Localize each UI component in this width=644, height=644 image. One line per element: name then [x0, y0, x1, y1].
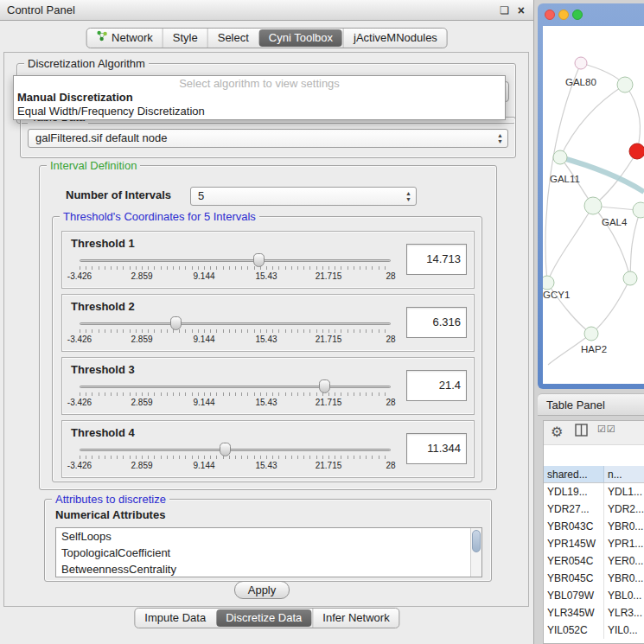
cell[interactable]: YIL052C — [544, 622, 604, 639]
tick-label: 15.43 — [255, 461, 277, 470]
select-columns-icon[interactable]: ☑☑ — [597, 424, 616, 435]
node-gcy1[interactable] — [543, 276, 554, 290]
mac-close-button[interactable] — [545, 10, 555, 20]
list-item-selfloops[interactable]: SelfLoops — [56, 528, 481, 545]
tick-label: 2.859 — [131, 335, 152, 344]
tick-label: 28 — [386, 335, 395, 344]
cell[interactable]: YDR27... — [544, 501, 604, 518]
node-hap2[interactable] — [584, 327, 598, 341]
tick-label: -3.426 — [67, 335, 92, 344]
cell[interactable]: YBR045C — [544, 570, 604, 587]
slider-track[interactable] — [80, 386, 391, 388]
table-row[interactable]: YIL052C YIL0... — [544, 622, 644, 639]
tab-impute-data[interactable]: Impute Data — [135, 609, 215, 628]
tab-select[interactable]: Select — [207, 29, 258, 48]
threshold-2-value-field[interactable]: 6.316 — [406, 307, 467, 338]
tab-jactivemnodules[interactable]: jActiveMNodules — [343, 29, 447, 48]
threshold-3-value-field[interactable]: 21.4 — [406, 370, 467, 401]
slider-thumb[interactable] — [170, 316, 182, 330]
mac-minimize-button[interactable] — [558, 10, 569, 20]
list-item-betweennesscentrality[interactable]: BetweennessCentrality — [56, 561, 481, 577]
node-gal11[interactable] — [553, 150, 567, 164]
control-panel-titlebar: Control Panel ❏ × — [0, 0, 533, 21]
cell[interactable]: YBR0... — [604, 570, 644, 587]
popup-item-manual-discretization[interactable]: Manual Discretization — [14, 91, 505, 105]
cell[interactable]: YDR2... — [604, 501, 644, 518]
table-row[interactable]: YBL079W YBL0... — [544, 587, 644, 604]
slider-thumb[interactable] — [319, 379, 330, 393]
close-window-icon[interactable]: × — [518, 0, 525, 21]
threshold-1-slider[interactable]: -3.426 2.859 9.144 15.43 21.715 28 — [80, 252, 391, 287]
cell[interactable]: YBL079W — [544, 587, 604, 604]
tick-label: -3.426 — [67, 271, 92, 281]
slider-thumb[interactable] — [220, 443, 231, 456]
attributes-to-discretize-group: Attributes to discretize Numerical Attri… — [44, 499, 492, 582]
slider-track[interactable] — [80, 322, 391, 325]
cell[interactable]: YPR1... — [604, 535, 644, 552]
cell[interactable]: YIL0... — [604, 622, 644, 639]
node-label-gal80: GAL80 — [565, 77, 596, 87]
number-of-intervals-combobox[interactable]: 5 ▲▼ — [190, 187, 417, 206]
table-row[interactable]: YPR145W YPR1... — [544, 535, 644, 552]
column-header-shared[interactable]: shared... — [544, 466, 604, 482]
node-gal4[interactable] — [584, 197, 602, 214]
table-data-combobox[interactable]: galFiltered.sif default node ▲▼ — [28, 129, 508, 148]
node[interactable] — [633, 202, 644, 218]
table-row[interactable]: YER054C YER0... — [544, 552, 644, 570]
threshold-3-label: Threshold 3 — [71, 363, 135, 376]
apply-button[interactable]: Apply — [234, 581, 290, 599]
slider-ticks — [80, 329, 391, 333]
column-header-name[interactable]: n... — [604, 466, 644, 482]
slider-track[interactable] — [80, 259, 391, 262]
slider-track[interactable] — [80, 449, 391, 451]
cell[interactable]: YBR0... — [604, 518, 644, 535]
node[interactable] — [623, 271, 637, 285]
cell[interactable]: YLR345W — [544, 604, 604, 622]
node[interactable] — [617, 77, 633, 92]
threshold-1-label: Threshold 1 — [71, 237, 135, 250]
tab-cyni-toolbox[interactable]: Cyni Toolbox — [259, 29, 342, 47]
tab-infer-network[interactable]: Infer Network — [312, 609, 399, 628]
cell[interactable]: YDL19... — [544, 483, 604, 501]
algorithm-popup-hint: Select algorithm to view settings — [14, 76, 505, 91]
tab-discretize-data-label: Discretize Data — [226, 609, 302, 627]
threshold-4-slider[interactable]: -3.426 2.859 9.144 15.43 21.715 28 — [80, 442, 391, 476]
tick-label: 21.715 — [316, 271, 342, 281]
tab-discretize-data[interactable]: Discretize Data — [216, 609, 311, 627]
tick-label: 9.144 — [193, 461, 214, 470]
list-item-topologicalcoefficient[interactable]: TopologicalCoefficient — [56, 545, 481, 561]
threshold-3-slider[interactable]: -3.426 2.859 9.144 15.43 21.715 28 — [80, 379, 391, 413]
tab-network[interactable]: Network — [86, 29, 163, 48]
float-window-icon[interactable]: ❏ — [500, 0, 509, 21]
slider-thumb[interactable] — [253, 253, 265, 267]
threshold-3-panel: Threshold 3 -3.426 2.859 9.144 15.43 21.… — [61, 357, 475, 415]
columns-icon[interactable] — [575, 424, 588, 439]
cell[interactable]: YBL0... — [604, 587, 644, 604]
cell[interactable]: YER054C — [544, 552, 604, 570]
gear-icon[interactable]: ⚙ — [551, 424, 563, 440]
tab-style[interactable]: Style — [163, 29, 207, 48]
popup-item-equal-width[interactable]: Equal Width/Frequency Discretization — [14, 105, 505, 118]
list-scrollbar-thumb[interactable] — [472, 530, 481, 552]
threshold-2-slider[interactable]: -3.426 2.859 9.144 15.43 21.715 28 — [80, 316, 391, 350]
cell[interactable]: YPR145W — [544, 535, 604, 552]
cell[interactable]: YDL1... — [604, 483, 644, 501]
node-gal80[interactable] — [575, 57, 587, 69]
threshold-4-label: Threshold 4 — [71, 426, 135, 439]
table-row[interactable]: YBR045C YBR0... — [544, 570, 644, 587]
cell[interactable]: YLR3... — [604, 604, 644, 622]
table-row[interactable]: YBR043C YBR0... — [544, 518, 644, 535]
table-row[interactable]: YDL19... YDL1... — [544, 483, 644, 501]
cell[interactable]: YBR043C — [544, 518, 604, 535]
table-row[interactable]: YDR27... YDR2... — [544, 501, 644, 518]
tick-label: 28 — [386, 271, 395, 281]
list-scrollbar[interactable] — [470, 528, 481, 577]
network-canvas[interactable]: GAL80 GAL11 GAL4 GCY1 HAP2 — [543, 26, 644, 384]
node-selected-red[interactable] — [629, 143, 644, 159]
algorithm-group-title: Discretization Algorithm — [24, 57, 149, 70]
mac-zoom-button[interactable] — [572, 10, 583, 20]
threshold-1-value-field[interactable]: 14.713 — [406, 244, 467, 275]
threshold-4-value-field[interactable]: 11.344 — [406, 433, 467, 464]
cell[interactable]: YER0... — [604, 552, 644, 570]
table-row[interactable]: YLR345W YLR3... — [544, 604, 644, 622]
